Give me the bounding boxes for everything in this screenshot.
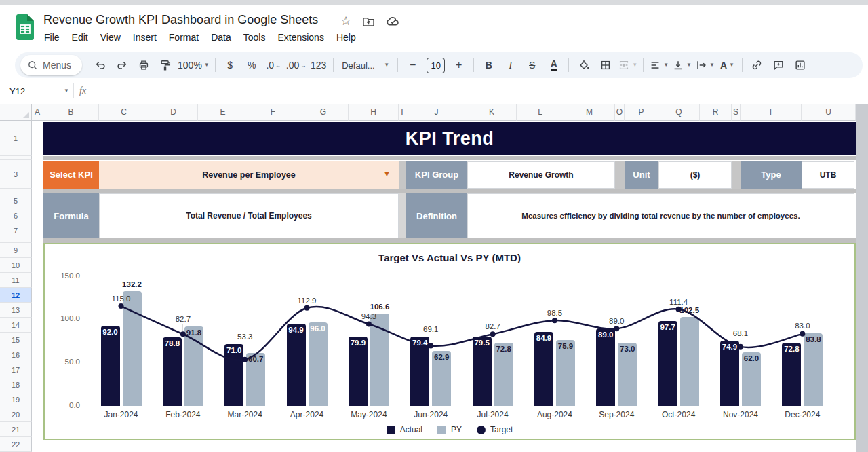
row-header-22[interactable]: 22 [0, 437, 32, 452]
menus-search-button[interactable]: Menus [20, 55, 82, 75]
row-header-18[interactable]: 18 [0, 377, 32, 392]
column-header-L[interactable]: L [517, 104, 564, 121]
print-icon [138, 59, 150, 71]
font-family-select[interactable]: Defaul...▼ [338, 56, 393, 75]
redo-button[interactable] [111, 56, 132, 75]
menu-edit[interactable]: Edit [66, 30, 94, 45]
row-header-21[interactable]: 21 [0, 422, 32, 437]
column-header-M[interactable]: M [564, 104, 615, 121]
zoom-select[interactable]: 100%▼ [176, 56, 211, 75]
row-header-19[interactable]: 19 [0, 392, 32, 407]
column-header-U[interactable]: U [802, 104, 856, 121]
strikethrough-button[interactable]: S [521, 56, 542, 75]
row-header-11[interactable]: 11 [0, 273, 32, 288]
row-header-16[interactable]: 16 [0, 347, 32, 362]
row-header-15[interactable]: 15 [0, 333, 32, 347]
menu-extensions[interactable]: Extensions [271, 30, 330, 45]
menu-insert[interactable]: Insert [127, 30, 163, 45]
insert-link-button[interactable] [747, 56, 768, 75]
borders-button[interactable] [595, 56, 616, 75]
horizontal-align-button[interactable]: ▼ [648, 56, 670, 75]
column-header-Q[interactable]: Q [658, 104, 700, 121]
name-box[interactable]: Y12 ▼ [0, 86, 69, 96]
column-header-F[interactable]: F [248, 104, 298, 121]
row-header-10[interactable]: 10 [0, 258, 32, 273]
row-header-12[interactable]: 12 [0, 288, 32, 303]
column-header-I[interactable]: I [399, 104, 406, 121]
row-header-1[interactable]: 1 [0, 121, 32, 156]
insert-comment-button[interactable] [768, 56, 789, 75]
column-header-D[interactable]: D [149, 104, 198, 121]
bold-button[interactable]: B [478, 56, 499, 75]
format-percent-button[interactable]: % [241, 56, 262, 75]
number-format-button[interactable]: 123 [308, 56, 329, 75]
insert-chart-button[interactable] [790, 56, 811, 75]
name-box-value: Y12 [9, 86, 25, 96]
py-value-label: 62.9 [421, 353, 462, 362]
unit-value: ($) [658, 161, 732, 189]
select-kpi-dropdown[interactable]: Revenue per Employee ▼ [99, 161, 399, 189]
decrease-font-size-button[interactable]: − [402, 56, 423, 75]
row-header-8[interactable] [0, 238, 32, 243]
cloud-saved-icon[interactable] [386, 16, 400, 26]
row-header-9[interactable]: 9 [0, 243, 32, 258]
text-color-button[interactable]: A [543, 56, 564, 75]
column-header-G[interactable]: G [298, 104, 349, 121]
menu-format[interactable]: Format [163, 30, 205, 45]
undo-button[interactable] [90, 56, 111, 75]
column-header-H[interactable]: H [349, 104, 399, 121]
target-value-label: 69.1 [410, 325, 451, 334]
target-value-label: 89.0 [596, 317, 637, 326]
search-icon [27, 60, 38, 71]
row-header-4[interactable] [0, 189, 32, 193]
target-value-label: 68.1 [720, 329, 761, 338]
select-all-corner[interactable] [0, 104, 32, 121]
move-folder-icon[interactable] [362, 16, 375, 27]
column-header-R[interactable]: R [700, 104, 732, 121]
dropdown-arrow-icon: ▼ [383, 170, 391, 178]
kpi-trend-chart[interactable]: Target Vs Actual Vs PY (MTD) 0.050.0100.… [43, 243, 856, 440]
font-size-input[interactable]: 10 [427, 58, 445, 73]
vertical-scrollbar[interactable] [856, 104, 868, 452]
row-header-17[interactable]: 17 [0, 362, 32, 377]
column-header-O[interactable]: O [615, 104, 625, 121]
column-header-E[interactable]: E [198, 104, 248, 121]
text-wrapping-button[interactable]: ▼ [694, 56, 716, 75]
sheets-logo-icon[interactable] [15, 14, 35, 41]
formula-input[interactable] [86, 78, 868, 104]
increase-font-size-button[interactable]: + [448, 56, 469, 75]
print-button[interactable] [133, 56, 154, 75]
paint-format-button[interactable] [155, 56, 176, 75]
column-header-A[interactable]: A [32, 104, 43, 121]
increase-decimal-button[interactable]: .00→ [285, 56, 307, 75]
menu-data[interactable]: Data [205, 30, 237, 45]
py-value-label: 96.0 [298, 324, 338, 333]
merge-cells-button[interactable]: ▼ [616, 56, 639, 75]
menu-tools[interactable]: Tools [237, 30, 272, 45]
column-header-P[interactable]: P [625, 104, 658, 121]
row-header-6[interactable]: 6 [0, 208, 32, 223]
row-header-13[interactable]: 13 [0, 303, 32, 318]
menu-help[interactable]: Help [330, 30, 362, 45]
row-header-14[interactable]: 14 [0, 318, 32, 333]
column-header-K[interactable]: K [467, 104, 517, 121]
menu-view[interactable]: View [94, 30, 127, 45]
italic-button[interactable]: I [500, 56, 521, 75]
row-header-20[interactable]: 20 [0, 407, 32, 422]
decrease-decimal-button[interactable]: .0← [263, 56, 284, 75]
star-icon[interactable]: ☆ [340, 15, 351, 27]
menu-file[interactable]: File [38, 30, 66, 45]
column-header-J[interactable]: J [406, 104, 467, 121]
row-header-7[interactable]: 7 [0, 223, 32, 238]
text-rotation-button[interactable]: A ▼ [717, 56, 738, 75]
fill-color-button[interactable] [573, 56, 594, 75]
column-header-T[interactable]: T [741, 104, 802, 121]
format-currency-button[interactable]: $ [220, 56, 241, 75]
column-header-B[interactable]: B [43, 104, 99, 121]
vertical-align-button[interactable]: ▼ [671, 56, 693, 75]
column-header-C[interactable]: C [99, 104, 149, 121]
row-header-5[interactable]: 5 [0, 193, 32, 208]
row-header-3[interactable]: 3 [0, 160, 32, 189]
column-header-S[interactable]: S [732, 104, 741, 121]
document-title[interactable]: Revenue Growth KPI Dashboard in Google S… [43, 13, 318, 27]
